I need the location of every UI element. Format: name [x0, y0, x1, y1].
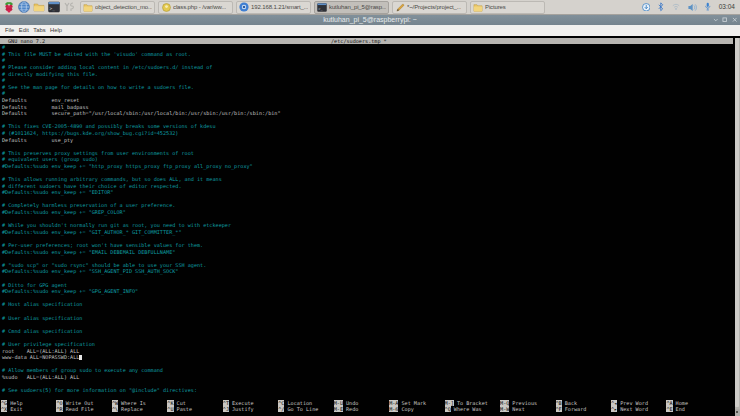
terminal-line: Defaults mail_badpass — [2, 104, 281, 111]
nano-shortcut: ^QWhere Was — [445, 406, 482, 413]
nano-shortcut: ^CLocation — [278, 400, 312, 407]
shortcut-label: Next — [509, 406, 524, 412]
accessory-tool-icon[interactable] — [62, 1, 75, 14]
task-button[interactable]: object_detection_mo... — [80, 1, 155, 14]
shortcut-key: ^K — [167, 400, 173, 406]
nano-shortcut: M-WNext — [500, 406, 525, 413]
terminal-line — [2, 295, 281, 302]
shortcut-key: ^Q — [445, 406, 451, 412]
maximize-icon[interactable] — [722, 17, 728, 23]
terminal-line: #Defaults:%sudo env_keep += "GPG_AGENT_I… — [2, 288, 281, 295]
file-manager-icon[interactable] — [32, 1, 45, 14]
shortcut-key: ^U — [167, 406, 173, 412]
terminal-line: # — [2, 57, 281, 64]
shortcut-label: To Bracket — [454, 400, 488, 406]
chromium-icon — [239, 2, 249, 12]
terminal-line: # — [2, 44, 281, 51]
volume-icon[interactable] — [688, 3, 698, 12]
bluetooth-icon[interactable] — [658, 2, 664, 12]
shortcut-label: Write Out — [63, 400, 94, 406]
close-icon[interactable] — [732, 17, 738, 23]
task-button[interactable]: >_kutluhan_pi_5@rasp... — [314, 1, 389, 14]
shortcut-label: Next Word — [617, 406, 648, 412]
terminal-line: %sudo ALL=(ALL:ALL) ALL — [2, 374, 281, 381]
shortcut-label: Replace — [118, 406, 143, 412]
nano-shortcut: ^UPaste — [167, 406, 192, 413]
window-titlebar[interactable]: kutluhan_pi_5@raspberrypi: ~ — [0, 15, 740, 25]
terminal-line: # User alias specification — [2, 315, 281, 322]
window-title: kutluhan_pi_5@raspberrypi: ~ — [323, 15, 417, 25]
shortcut-label: Go To Line — [284, 406, 318, 412]
task-button[interactable]: class.php - /var/ww... — [158, 1, 233, 14]
task-button-label: kutluhan_pi_5@rasp... — [329, 1, 386, 14]
terminal-line — [2, 321, 281, 328]
shortcut-label: Cut — [174, 400, 186, 406]
nano-shortcut: M-]To Bracket — [445, 400, 488, 407]
task-button[interactable]: 192.168.1.21/smart_... — [236, 1, 311, 14]
menu-item-edit[interactable]: Edit — [19, 25, 29, 36]
shortcut-label: Set Mark — [398, 400, 426, 406]
nano-file-path: /etc/sudoers.tmp * — [331, 38, 387, 45]
nano-shortcut: ^GHelp — [1, 400, 23, 407]
shortcut-key: ^E — [666, 406, 672, 412]
nano-shortcut: ^\Replace — [112, 406, 143, 413]
editor-icon — [161, 2, 171, 12]
terminal-line: # Allow members of group sudo to execute… — [2, 367, 281, 374]
shortcut-label: Location — [284, 400, 312, 406]
terminal-line: #Defaults:%sudo env_keep += "EDITOR" — [2, 189, 281, 196]
terminal-line: # This allows running arbitrary commands… — [2, 176, 281, 183]
nano-shortcut: M-QPrevious — [500, 400, 537, 407]
nano-shortcut: ^AHome — [666, 400, 688, 407]
web-browser-icon[interactable] — [17, 1, 30, 14]
terminal-line — [2, 275, 281, 282]
microphone-icon[interactable] — [705, 2, 711, 12]
terminal-line: #Defaults:%sudo env_keep += "http_proxy … — [2, 163, 281, 170]
task-button-list: object_detection_mo...class.php - /var/w… — [80, 1, 545, 14]
terminal-scrollbar[interactable] — [735, 38, 740, 416]
terminal-launcher-icon[interactable]: >_ — [47, 1, 60, 14]
task-button[interactable]: Pictures — [470, 1, 545, 14]
scrollbar-down-button[interactable] — [735, 409, 740, 416]
wifi-icon[interactable] — [672, 3, 680, 11]
taskbar: >_ object_detection_mo...class.php - /va… — [0, 0, 740, 15]
terminal-line — [2, 235, 281, 242]
pencil-icon — [395, 2, 405, 12]
nano-shortcut: ^OWrite Out — [56, 400, 93, 407]
shortcut-key: M-E — [334, 406, 343, 412]
shortcut-label: Where Was — [451, 406, 482, 412]
shortcut-label: Execute — [229, 400, 254, 406]
shortcut-label: Help — [7, 400, 22, 406]
terminal-menubar: FileEditTabsHelp — [0, 25, 740, 36]
shortcut-key: M-U — [334, 400, 343, 406]
shortcut-label: Read File — [63, 406, 94, 412]
terminal-line — [2, 117, 281, 124]
nano-shortcut: ^TExecute — [223, 400, 254, 407]
task-button[interactable]: *~/Projects/project_... — [392, 1, 467, 14]
terminal-line: root ALL=(ALL:ALL) ALL — [2, 348, 281, 355]
terminal-line — [2, 334, 281, 341]
shortcut-label: Exit — [7, 406, 22, 412]
shortcut-key: ^O — [56, 400, 62, 406]
taskbar-clock[interactable]: 03:04 — [719, 0, 735, 14]
minimize-icon[interactable] — [713, 17, 719, 23]
terminal-line: # Please consider adding local content i… — [2, 64, 281, 71]
terminal-line — [2, 196, 281, 203]
terminal-line: # equivalent users (group sudo) — [2, 156, 281, 163]
nano-edit-area[interactable]: ## This file MUST be edited with the 'vi… — [2, 44, 281, 393]
terminal-line: Defaults secure_path="/usr/local/sbin:/u… — [2, 110, 281, 117]
terminal-line: # This fixes CVE-2005-4890 and possibly … — [2, 123, 281, 130]
terminal-line — [2, 380, 281, 387]
menu-item-help[interactable]: Help — [50, 25, 62, 36]
shortcut-label: Copy — [398, 406, 413, 412]
menu-item-tabs[interactable]: Tabs — [33, 25, 45, 36]
scrollbar-thumb[interactable] — [735, 38, 739, 407]
text-cursor — [79, 355, 82, 361]
updates-icon[interactable] — [642, 3, 651, 12]
nano-shortcut: M-UUndo — [334, 400, 359, 407]
raspberry-menu-icon[interactable] — [2, 1, 15, 14]
terminal-line: # This file MUST be edited with the 'vis… — [2, 51, 281, 58]
terminal-line: # directly modifying this file. — [2, 71, 281, 78]
shortcut-label: Home — [673, 400, 688, 406]
menu-item-file[interactable]: File — [5, 25, 14, 36]
terminal-window[interactable]: GNU nano 7.2 /etc/sudoers.tmp * ## This … — [0, 36, 740, 416]
